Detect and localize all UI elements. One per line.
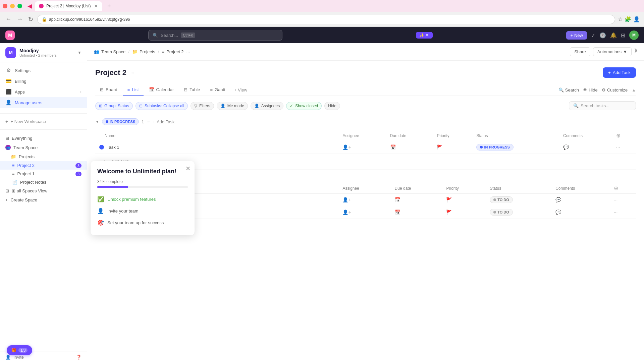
todo-status-badge-2[interactable]: TO DO bbox=[490, 209, 513, 216]
sidebar-item-project2[interactable]: ≡ Project 2 3 bbox=[0, 161, 87, 170]
todo-due-2[interactable]: 📅 bbox=[395, 209, 400, 215]
todo-assignee-1[interactable]: 👤+ bbox=[342, 197, 351, 202]
sidebar-item-manage-users[interactable]: 👤 Manage users bbox=[0, 97, 87, 108]
popup-close-button[interactable]: ✕ bbox=[185, 165, 191, 172]
sidebar-item-billing[interactable]: 💳 Billing bbox=[0, 76, 87, 86]
page-more-icon[interactable]: ··· bbox=[130, 70, 134, 75]
priority-icon[interactable]: 🚩 bbox=[437, 144, 442, 150]
tab-close-icon[interactable]: ✕ bbox=[94, 3, 98, 9]
filter-hide[interactable]: Hide bbox=[324, 102, 340, 110]
sidebar-item-team-space[interactable]: 👥 Team Space ··· + bbox=[0, 143, 87, 152]
filter-show-closed[interactable]: ✓ Show closed bbox=[286, 102, 322, 110]
col-add[interactable]: ⊕ bbox=[612, 130, 636, 141]
share-button[interactable]: Share bbox=[570, 47, 590, 56]
assignee-add-icon[interactable]: 👤+ bbox=[342, 144, 351, 150]
comments-icon[interactable]: 💬 bbox=[563, 144, 569, 150]
todo-comments-1[interactable]: 💬 bbox=[555, 197, 561, 202]
sidebar-item-view-all-spaces[interactable]: ⊞ ⊞ all Spaces View bbox=[0, 186, 87, 195]
sidebar-collapse-icon[interactable]: ⟫ bbox=[634, 47, 637, 56]
sidebar-item-project-notes[interactable]: 📄 Project Notes bbox=[0, 178, 87, 186]
breadcrumb-folder[interactable]: 📁 Projects bbox=[132, 49, 155, 54]
tab-gantt[interactable]: ≡ Gantt bbox=[205, 84, 230, 96]
filter-group-status[interactable]: ⊞ Group: Status bbox=[95, 102, 133, 110]
todo-assignee-2[interactable]: 👤+ bbox=[342, 209, 351, 215]
todo-status-badge-1[interactable]: TO DO bbox=[490, 196, 513, 203]
new-button[interactable]: + New bbox=[566, 31, 587, 40]
popup-item-setup[interactable]: 🎯 Set your team up for success bbox=[97, 217, 188, 229]
view-search[interactable]: 🔍 Search bbox=[558, 87, 579, 93]
star-icon[interactable]: ☆ bbox=[618, 16, 623, 22]
tab-list[interactable]: ≡ List bbox=[123, 84, 144, 96]
section-in-progress-toggle[interactable]: ▼ bbox=[95, 119, 99, 124]
add-view-button[interactable]: + View bbox=[231, 85, 251, 95]
task-name-text[interactable]: Task 1 bbox=[107, 145, 119, 150]
forward-button[interactable]: → bbox=[15, 14, 24, 24]
todo-col-add[interactable]: ⊕ bbox=[610, 183, 636, 194]
floating-action-button[interactable]: 🎁 1/3 bbox=[7, 345, 32, 355]
check-icon[interactable]: ✓ bbox=[591, 32, 595, 39]
todo-comments-2[interactable]: 💬 bbox=[555, 209, 561, 215]
sidebar-item-projects[interactable]: 📁 Projects ··· + bbox=[0, 152, 87, 161]
todo-priority-2[interactable]: 🚩 bbox=[446, 209, 452, 215]
window-min-btn[interactable] bbox=[10, 4, 15, 8]
projects-more-icon[interactable]: ··· bbox=[74, 154, 78, 159]
projects-add-icon[interactable]: + bbox=[79, 154, 82, 159]
popup-item-invite[interactable]: 👤 Invite your team bbox=[97, 205, 188, 217]
address-bar[interactable]: 🔒 app.clickup.com/9016164592/v/l/8cpfg7g… bbox=[37, 15, 615, 24]
team-space-more-icon[interactable]: ··· bbox=[74, 145, 78, 150]
sidebar-item-everything[interactable]: ⊞ Everything bbox=[0, 134, 87, 143]
team-space-add-icon[interactable]: + bbox=[79, 145, 82, 150]
tab-board[interactable]: ⊞ Board bbox=[95, 84, 122, 96]
collapse-header-icon[interactable]: ▲ bbox=[632, 87, 636, 93]
reload-button[interactable]: ↻ bbox=[27, 14, 35, 24]
filter-me-mode[interactable]: 👤 Me mode bbox=[217, 102, 248, 110]
new-workspace-button[interactable]: + + New Workspace bbox=[0, 116, 87, 127]
automations-button[interactable]: Automations ▼ bbox=[593, 47, 632, 56]
help-icon[interactable]: ❓ bbox=[76, 355, 82, 360]
todo-more-1[interactable]: ··· bbox=[614, 197, 618, 202]
tab-table[interactable]: ⊟ Table bbox=[179, 84, 205, 96]
todo-priority-1[interactable]: 🚩 bbox=[446, 197, 452, 202]
task-status-badge[interactable]: IN PROGRESS bbox=[476, 144, 513, 150]
window-max-btn[interactable] bbox=[17, 4, 22, 8]
ai-badge[interactable]: ✨ AI bbox=[416, 32, 433, 39]
back-button[interactable]: ← bbox=[4, 14, 13, 24]
filter-assignees[interactable]: 👤 Assignees bbox=[251, 102, 283, 110]
task-more-icon[interactable]: ··· bbox=[616, 144, 620, 150]
tab-calendar[interactable]: 📅 Calendar bbox=[144, 84, 179, 96]
browser-tab[interactable]: Project 2 | Moodjoy (List) ✕ bbox=[35, 1, 102, 11]
sidebar-item-create-space[interactable]: + Create Space bbox=[0, 195, 87, 204]
view-customize[interactable]: ⚙ Customize bbox=[602, 87, 628, 93]
todo-due-1[interactable]: 📅 bbox=[395, 197, 400, 202]
global-search[interactable]: 🔍 Search... Ctrl+K bbox=[148, 30, 282, 41]
workspace-header[interactable]: M Moodjoy Unlimited • 2 members ▼ bbox=[0, 43, 87, 62]
todo-add-col-icon[interactable]: ⊕ bbox=[614, 185, 618, 191]
clock-icon[interactable]: 🕐 bbox=[599, 32, 606, 39]
grid-icon[interactable]: ⊞ bbox=[621, 32, 625, 39]
user-avatar[interactable]: M bbox=[629, 31, 639, 40]
search-tasks-input[interactable]: 🔍 Search tasks... bbox=[569, 101, 636, 110]
filter-subtasks[interactable]: ⊟ Subtasks: Collapse all bbox=[136, 102, 188, 110]
breadcrumb-list[interactable]: ≡ Project 2 bbox=[162, 49, 183, 54]
profile-icon[interactable]: 👤 bbox=[633, 16, 640, 22]
section-add-task[interactable]: + Add Task bbox=[153, 119, 175, 124]
bell-icon[interactable]: 🔔 bbox=[610, 32, 617, 39]
todo-more-2[interactable]: ··· bbox=[614, 209, 618, 215]
sidebar-item-apps[interactable]: ⬛ Apps › bbox=[0, 86, 87, 97]
view-hide[interactable]: 👁 Hide bbox=[583, 87, 598, 93]
due-date-icon[interactable]: 📅 bbox=[390, 144, 396, 150]
window-close-btn[interactable] bbox=[3, 4, 7, 8]
sidebar-item-settings[interactable]: ⚙ Settings bbox=[0, 65, 87, 76]
new-tab-button[interactable]: + bbox=[105, 3, 114, 10]
sidebar-item-project1[interactable]: ≡ Project 1 3 bbox=[0, 170, 87, 178]
extensions-icon[interactable]: 🧩 bbox=[625, 16, 631, 22]
section-more-icon[interactable]: ··· bbox=[147, 119, 150, 124]
filters-label: Filters bbox=[199, 104, 210, 108]
add-task-button[interactable]: + Add Task bbox=[603, 67, 636, 78]
add-column-icon[interactable]: ⊕ bbox=[616, 133, 621, 138]
breadcrumb-more[interactable]: ··· bbox=[186, 49, 190, 54]
breadcrumb-workspace[interactable]: 👥 Team Space bbox=[94, 49, 125, 54]
filter-filters[interactable]: ▽ Filters bbox=[191, 102, 214, 110]
browser-toolbar: ← → ↻ 🔒 app.clickup.com/9016164592/v/l/8… bbox=[0, 12, 644, 27]
popup-item-unlock[interactable]: ✅ Unlock premium features bbox=[97, 193, 188, 205]
